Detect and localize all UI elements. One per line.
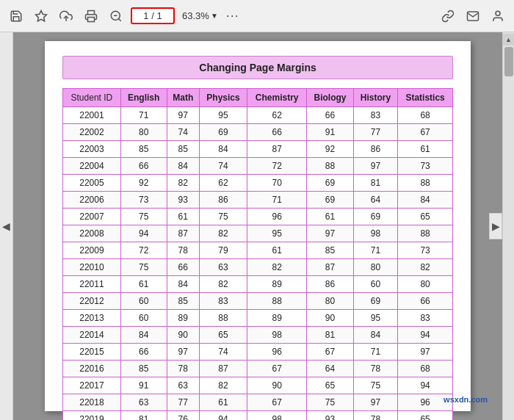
document-area: Changing Page Margins Student IDEnglishM…	[13, 32, 502, 420]
table-cell: 91	[307, 124, 354, 141]
document-page: Changing Page Margins Student IDEnglishM…	[45, 41, 471, 411]
table-cell: 76	[167, 411, 199, 421]
svg-point-6	[496, 11, 500, 15]
table-cell: 90	[167, 327, 199, 344]
table-cell: 82	[247, 259, 307, 276]
table-header-cell: Statistics	[398, 89, 453, 107]
table-cell: 83	[398, 310, 453, 327]
table-cell: 61	[247, 242, 307, 259]
scroll-up-btn[interactable]: ▲	[503, 34, 515, 46]
svg-rect-2	[88, 17, 95, 21]
table-cell: 75	[120, 209, 167, 225]
svg-line-4	[118, 18, 120, 21]
table-cell: 22005	[63, 175, 121, 192]
save-icon[interactable]	[6, 6, 26, 26]
zoom-icon[interactable]	[106, 6, 126, 26]
table-cell: 78	[167, 242, 199, 259]
table-cell: 83	[353, 107, 397, 124]
table-header-cell: Student ID	[63, 89, 121, 107]
table-header-cell: Biology	[307, 89, 354, 107]
table-row: 2201863776167759796	[63, 394, 453, 411]
main-area: ◀ Changing Page Margins Student IDEnglis…	[0, 32, 514, 420]
table-cell: 64	[353, 192, 397, 209]
table-cell: 97	[167, 344, 199, 361]
table-cell: 22001	[63, 107, 121, 124]
table-header-cell: Physics	[199, 89, 247, 107]
page-indicator[interactable]: 1 / 1	[131, 7, 175, 24]
table-cell: 73	[398, 158, 453, 175]
table-cell: 93	[307, 411, 354, 421]
table-cell: 88	[199, 310, 247, 327]
table-cell: 80	[120, 124, 167, 141]
table-cell: 85	[167, 141, 199, 158]
zoom-control[interactable]: 63.3% ▼	[182, 10, 218, 21]
user-icon[interactable]	[488, 6, 508, 26]
zoom-value: 63.3%	[182, 10, 209, 21]
table-cell: 92	[120, 175, 167, 192]
table-cell: 60	[353, 276, 397, 293]
table-cell: 84	[353, 327, 397, 344]
table-cell: 71	[120, 107, 167, 124]
table-cell: 86	[307, 276, 354, 293]
nav-arrow-left[interactable]: ◀	[0, 32, 13, 420]
table-row: 2200171979562668368	[63, 107, 453, 124]
table-cell: 66	[247, 124, 307, 141]
table-cell: 22013	[63, 310, 121, 327]
table-cell: 22004	[63, 158, 121, 175]
table-cell: 82	[167, 175, 199, 192]
table-cell: 66	[120, 158, 167, 175]
table-cell: 22019	[63, 411, 121, 421]
scroll-thumb[interactable]	[504, 47, 513, 76]
document-title-wrapper: Changing Page Margins	[62, 56, 453, 79]
table-cell: 65	[199, 327, 247, 344]
nav-arrow-right[interactable]: ▶	[489, 213, 502, 239]
table-cell: 95	[199, 107, 247, 124]
scrollbar-right[interactable]: ▲	[502, 32, 514, 420]
table-cell: 84	[167, 276, 199, 293]
table-cell: 63	[199, 259, 247, 276]
table-cell: 92	[307, 141, 354, 158]
zoom-dropdown-icon[interactable]: ▼	[211, 12, 218, 20]
table-row: 2201260858388806966	[63, 293, 453, 310]
link-icon[interactable]	[438, 6, 458, 26]
table-cell: 84	[199, 141, 247, 158]
table-cell: 72	[120, 242, 167, 259]
table-cell: 64	[307, 361, 354, 377]
table-cell: 80	[307, 293, 354, 310]
table-cell: 94	[398, 377, 453, 394]
table-cell: 94	[398, 327, 453, 344]
table-row: 2200280746966917767	[63, 124, 453, 141]
print-icon[interactable]	[81, 6, 101, 26]
table-row: 2201075666382878082	[63, 259, 453, 276]
table-cell: 88	[398, 175, 453, 192]
table-cell: 66	[307, 107, 354, 124]
table-cell: 81	[353, 175, 397, 192]
table-cell: 85	[307, 242, 354, 259]
bookmark-icon[interactable]	[31, 6, 51, 26]
table-cell: 82	[199, 225, 247, 242]
table-row: 2200775617596616965	[63, 209, 453, 225]
table-cell: 73	[120, 192, 167, 209]
table-cell: 95	[247, 225, 307, 242]
table-header-cell: English	[120, 89, 167, 107]
table-cell: 65	[398, 411, 453, 421]
table-row: 2201360898889909583	[63, 310, 453, 327]
table-cell: 63	[167, 377, 199, 394]
table-cell: 83	[199, 293, 247, 310]
table-cell: 80	[353, 259, 397, 276]
table-cell: 71	[353, 242, 397, 259]
table-cell: 75	[199, 209, 247, 225]
table-cell: 22003	[63, 141, 121, 158]
table-row: 2200385858487928661	[63, 141, 453, 158]
table-cell: 97	[353, 158, 397, 175]
more-options-icon[interactable]: ···	[222, 6, 243, 26]
mail-icon[interactable]	[463, 6, 483, 26]
table-row: 2201685788767647868	[63, 361, 453, 377]
table-row: 2200894878295979888	[63, 225, 453, 242]
table-cell: 84	[167, 158, 199, 175]
upload-icon[interactable]	[56, 6, 76, 26]
watermark: wsxdn.com	[444, 395, 488, 404]
table-cell: 78	[353, 411, 397, 421]
table-cell: 89	[247, 276, 307, 293]
table-cell: 85	[167, 293, 199, 310]
